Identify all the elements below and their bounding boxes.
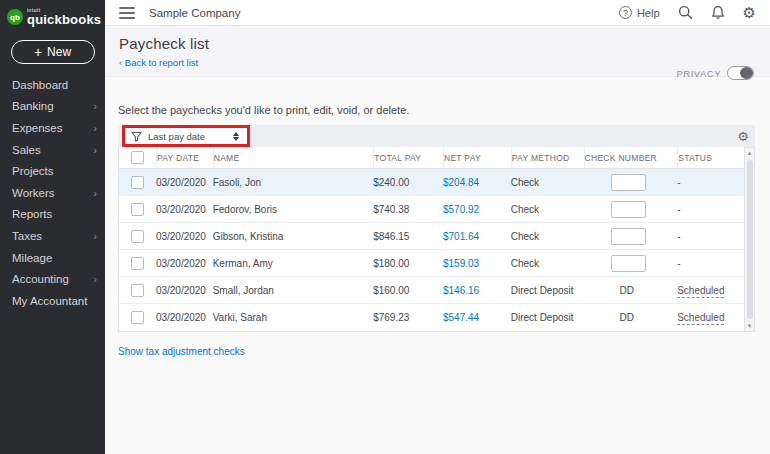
row-checkbox[interactable] [131,230,144,243]
net-pay-link[interactable]: $570.92 [443,204,479,215]
quickbooks-wordmark: quickbooks [27,13,101,26]
sidebar-item-my-accountant[interactable]: My Accountant [0,290,105,312]
direct-deposit-code: DD [620,312,634,323]
net-pay-link[interactable]: $159.03 [443,258,479,269]
chevron-right-icon: › [93,187,97,199]
sidebar-item-expenses[interactable]: Expenses› [0,117,105,139]
page-title: Paycheck list [119,35,756,52]
table-row: 03/20/2020 Fasoli, Jon $240.00 $204.84 C… [119,169,744,196]
sidebar-nav: Dashboard Banking› Expenses› Sales› Proj… [0,74,105,312]
privacy-toggle[interactable] [727,66,754,80]
status-scheduled-link[interactable]: Scheduled [677,312,724,325]
quickbooks-logo: qb intuit quickbooks [0,0,105,26]
sidebar-item-taxes[interactable]: Taxes› [0,225,105,247]
pay-date-filter-select[interactable]: Last pay date [122,125,250,147]
privacy-label: PRIVACY [676,68,721,79]
plus-icon: + [34,44,42,60]
check-number-input[interactable] [611,228,646,245]
check-number-input[interactable] [611,201,646,218]
back-to-report-list-link[interactable]: ‹ Back to report list [119,57,756,68]
net-pay-link[interactable]: $204.84 [443,177,479,188]
col-net-pay: NET PAY [443,147,511,168]
page-header: Paycheck list ‹ Back to report list [105,26,770,77]
help-icon: ? [619,6,632,19]
table-settings-gear-icon[interactable]: ⚙ [737,129,749,144]
col-status: STATUS [677,147,744,168]
hamburger-menu-icon[interactable] [119,4,135,22]
sidebar-item-reports[interactable]: Reports [0,204,105,226]
select-all-checkbox[interactable] [131,151,144,164]
scroll-down-arrow-icon[interactable]: ▼ [745,323,754,329]
sidebar-item-sales[interactable]: Sales› [0,139,105,161]
net-pay-link[interactable]: $547.44 [443,312,479,323]
col-pay-date: PAY DATE [156,147,213,168]
main-area: Sample Company ? Help ⚙ Paycheck list ‹ … [105,0,770,454]
col-pay-method: PAY METHOD [511,147,584,168]
col-total-pay: TOTAL PAY [373,147,443,168]
privacy-control: PRIVACY [676,66,754,80]
chevron-right-icon: › [93,144,97,156]
table-scrollbar[interactable]: ▲ ▼ [745,147,755,332]
table-toolbar: Last pay date ⚙ [118,125,755,147]
check-number-input[interactable] [611,255,646,272]
net-pay-link[interactable]: $701.64 [443,231,479,242]
scrollbar-thumb[interactable] [747,160,753,319]
table-row: 03/20/2020 Kerman, Amy $180.00 $159.03 C… [119,250,744,277]
row-checkbox[interactable] [131,203,144,216]
filter-funnel-icon [131,131,142,142]
direct-deposit-code: DD [620,285,634,296]
toggle-knob [740,67,753,79]
paycheck-table: PAY DATE NAME TOTAL PAY NET PAY PAY METH… [118,147,755,332]
table-row: 03/20/2020 Gibson, Kristina $846.15 $701… [119,223,744,250]
sidebar-item-banking[interactable]: Banking› [0,96,105,118]
new-button[interactable]: + New [11,40,95,64]
help-label: Help [637,7,660,19]
chevron-right-icon: › [93,100,97,112]
topbar: Sample Company ? Help ⚙ [105,0,770,26]
show-tax-adjustment-checks-link[interactable]: Show tax adjustment checks [118,346,770,357]
search-icon[interactable] [678,5,693,20]
check-number-input[interactable] [611,174,646,191]
col-check-number: CHECK NUMBER [584,147,678,168]
row-checkbox[interactable] [131,311,144,324]
qb-logo-icon: qb [7,9,23,25]
sidebar-item-accounting[interactable]: Accounting› [0,268,105,290]
company-name: Sample Company [149,7,240,19]
col-name: NAME [213,147,373,168]
chevron-right-icon: › [93,273,97,285]
notifications-bell-icon[interactable] [711,5,725,20]
row-checkbox[interactable] [131,284,144,297]
sidebar-item-workers[interactable]: Workers› [0,182,105,204]
table-row: 03/20/2020 Fedorov, Boris $740.38 $570.9… [119,196,744,223]
instruction-text: Select the paychecks you'd like to print… [118,104,770,116]
chevron-right-icon: › [93,230,97,242]
help-button[interactable]: ? Help [619,6,660,19]
scroll-up-arrow-icon[interactable]: ▲ [745,150,754,156]
filter-selected-value: Last pay date [148,131,205,142]
table-row: 03/20/2020 Varki, Sarah $769.23 $547.44 … [119,304,744,331]
row-checkbox[interactable] [131,257,144,270]
new-button-label: New [47,45,71,59]
chevron-right-icon: › [93,122,97,134]
table-header-row: PAY DATE NAME TOTAL PAY NET PAY PAY METH… [119,147,744,169]
net-pay-link[interactable]: $146.16 [443,285,479,296]
select-arrows-icon [233,132,239,141]
row-checkbox[interactable] [131,176,144,189]
table-row: 03/20/2020 Small, Jordan $160.00 $146.16… [119,277,744,304]
sidebar-item-mileage[interactable]: Mileage [0,247,105,269]
status-scheduled-link[interactable]: Scheduled [677,285,724,298]
sidebar: qb intuit quickbooks + New Dashboard Ban… [0,0,105,454]
sidebar-item-dashboard[interactable]: Dashboard [0,74,105,96]
sidebar-item-projects[interactable]: Projects [0,160,105,182]
settings-gear-icon[interactable]: ⚙ [743,4,756,22]
